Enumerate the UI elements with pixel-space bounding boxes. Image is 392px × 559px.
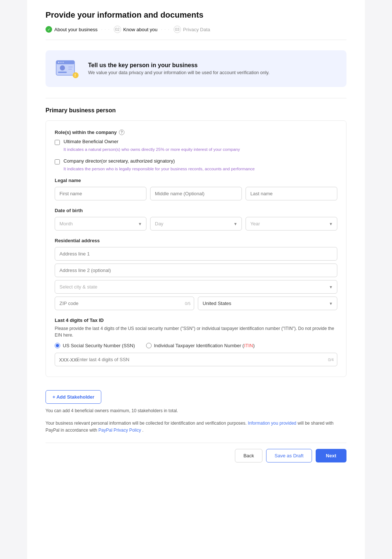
stepper: ✓ About your business · · · 02 Know abou… — [46, 26, 346, 40]
ssn-radio-label: US Social Security Number (SSN) — [63, 343, 135, 348]
ssn-input[interactable] — [55, 353, 337, 366]
step-1-2-dots: · · · — [101, 28, 110, 32]
privacy-note: Your business relevant personal informat… — [46, 420, 346, 434]
role-director-item: Company director(or secretary, authorize… — [55, 158, 337, 164]
director-description: It indicates the person who is legally r… — [63, 167, 337, 171]
role-ubo-item: Ultimate Beneficial Owner — [55, 139, 337, 145]
address-line2-field — [55, 264, 337, 277]
ubo-label[interactable]: Ultimate Beneficial Owner — [63, 139, 119, 144]
add-stakeholder-button[interactable]: + Add Stakeholder — [46, 390, 101, 404]
svg-point-10 — [62, 62, 64, 63]
svg-rect-4 — [68, 66, 73, 68]
svg-text:!: ! — [75, 73, 76, 77]
dob-label: Date of birth — [55, 208, 337, 213]
svg-point-9 — [60, 62, 62, 63]
zip-input[interactable] — [55, 297, 194, 310]
zip-count: 0/5 — [185, 301, 190, 306]
ssn-input-wrapper: XXX-XX- 0/4 — [55, 353, 337, 366]
svg-rect-3 — [58, 72, 67, 73]
tax-radio-group: US Social Security Number (SSN) Individu… — [55, 343, 337, 348]
city-state-field: Select city & state ▼ — [55, 280, 337, 294]
dob-row: Month JanuaryFebruaryMarch AprilMayJune … — [55, 217, 337, 231]
ubo-description: It indicates a natural person(s) who own… — [63, 147, 337, 152]
step-2-num: 02 — [114, 26, 121, 33]
stakeholder-note: You can add 4 beneficial owners maximum,… — [46, 408, 346, 413]
step-1-check-icon: ✓ — [46, 26, 52, 33]
back-button[interactable]: Back — [235, 449, 262, 462]
ssn-prefix: XXX-XX- — [59, 357, 78, 362]
country-select-wrapper: United States ▼ — [198, 297, 337, 310]
itin-text: ITIN — [244, 343, 253, 348]
first-name-input[interactable] — [55, 187, 146, 200]
legal-name-label: Legal name — [55, 178, 337, 183]
svg-rect-5 — [68, 69, 72, 70]
ssn-count: 0/4 — [328, 357, 334, 362]
tax-title: Last 4 digits of Tax ID — [55, 317, 337, 323]
primary-business-person-title: Primary business person — [46, 107, 346, 114]
step-2-label: Know about you — [123, 27, 157, 32]
step-2: 02 Know about you — [114, 26, 157, 33]
ssn-radio-item[interactable]: US Social Security Number (SSN) — [55, 343, 135, 348]
footer-buttons: Back Save as Draft Next — [46, 443, 346, 462]
itin-radio-label: Individual Taxpayer Identification Numbe… — [154, 343, 255, 348]
address-section: Residential address Select city & state … — [55, 238, 337, 310]
address-line2-input[interactable] — [55, 264, 337, 277]
month-select[interactable]: Month JanuaryFebruaryMarch AprilMayJune … — [55, 217, 146, 231]
itin-radio[interactable] — [146, 343, 152, 348]
tax-section: Last 4 digits of Tax ID Please provide t… — [55, 317, 337, 366]
page-title: Provide your information and documents — [46, 10, 346, 20]
zip-country-row: 0/5 United States ▼ — [55, 297, 337, 310]
name-row — [55, 187, 337, 200]
month-select-wrapper: Month JanuaryFebruaryMarch AprilMayJune … — [55, 217, 146, 231]
director-label[interactable]: Company director(or secretary, authorize… — [63, 158, 175, 164]
day-select[interactable]: Day — [150, 217, 242, 231]
itin-radio-item[interactable]: Individual Taxpayer Identification Numbe… — [146, 343, 255, 348]
step-3-label: Privacy Data — [183, 27, 210, 32]
svg-point-8 — [58, 62, 59, 63]
page-wrapper: Provide your information and documents ✓… — [27, 0, 365, 559]
step-2-3-dots: · · · — [161, 28, 170, 32]
svg-point-2 — [60, 65, 65, 70]
ubo-checkbox[interactable] — [55, 140, 60, 145]
role-director-group: Company director(or secretary, authorize… — [55, 158, 337, 171]
middle-name-input[interactable] — [150, 187, 242, 200]
banner-title: Tell us the key person in your business — [88, 62, 269, 69]
roles-help-icon[interactable]: ? — [119, 130, 124, 135]
divider-1 — [46, 98, 346, 98]
privacy-policy-link[interactable]: PayPal Privacy Policy — [98, 428, 141, 433]
city-state-wrapper: Select city & state ▼ — [55, 280, 337, 294]
information-provided-link[interactable]: Information you provided — [248, 421, 296, 426]
director-checkbox[interactable] — [55, 159, 60, 164]
address-line1-input[interactable] — [55, 247, 337, 261]
tax-description: Please provide the last 4 digits of the … — [55, 325, 337, 338]
last-name-input[interactable] — [246, 187, 337, 200]
role-ubo-group: Ultimate Beneficial Owner It indicates a… — [55, 139, 337, 152]
year-select-wrapper: Year ▼ — [246, 217, 337, 231]
day-select-wrapper: Day ▼ — [150, 217, 242, 231]
next-button[interactable]: Next — [316, 449, 346, 462]
year-select[interactable]: Year — [246, 217, 337, 231]
save-draft-button[interactable]: Save as Draft — [266, 449, 312, 462]
address-line1-field — [55, 247, 337, 261]
city-state-select[interactable]: Select city & state — [55, 280, 337, 294]
roles-label: Role(s) within the company ? — [55, 130, 337, 135]
country-select[interactable]: United States — [198, 297, 337, 310]
form-section-main: Role(s) within the company ? Ultimate Be… — [46, 120, 346, 377]
step-1: ✓ About your business — [46, 26, 98, 33]
residential-address-label: Residential address — [55, 238, 337, 243]
zip-wrapper: 0/5 — [55, 297, 194, 310]
step-1-label: About your business — [54, 27, 98, 32]
banner-description: We value your data privacy and your info… — [88, 70, 269, 75]
banner-illustration: ! — [54, 58, 80, 80]
info-banner: ! Tell us the key person in your busines… — [46, 50, 346, 87]
ssn-radio[interactable] — [55, 343, 60, 348]
banner-text: Tell us the key person in your business … — [88, 62, 269, 75]
step-3: 03 Privacy Data — [174, 26, 210, 33]
step-3-num: 03 — [174, 26, 181, 33]
